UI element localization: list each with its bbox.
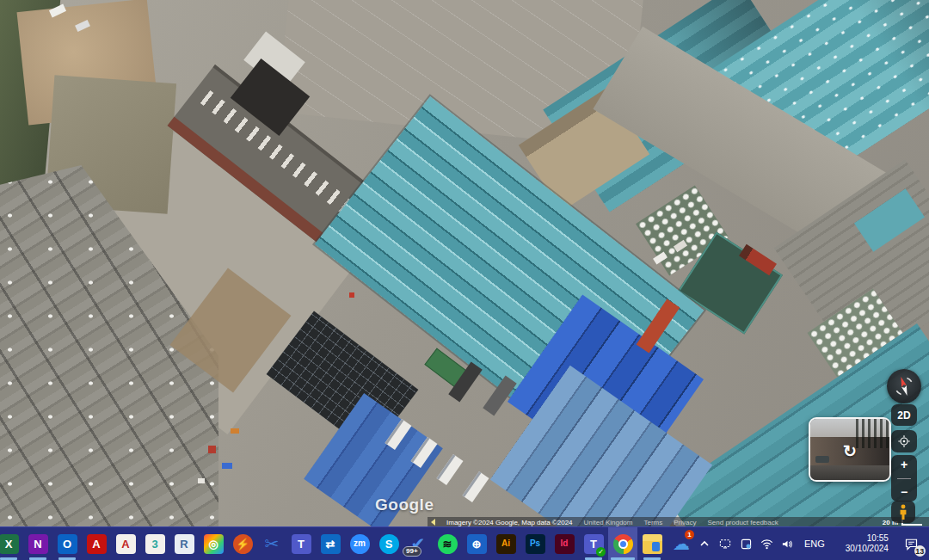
my-location-button[interactable] [891, 430, 917, 452]
taskbar-app-indesign[interactable]: Id [550, 527, 579, 560]
terrain-shape [208, 446, 216, 453]
taskbar-app-outlook[interactable]: O [52, 527, 82, 560]
zoom-divider [897, 478, 911, 479]
enscape-icon: ⚡ [233, 534, 253, 554]
clock-time: 10:55 [839, 533, 889, 545]
notification-count-badge: 13 [914, 545, 926, 557]
photoshop-icon: Ps [526, 534, 545, 554]
action-center-button[interactable]: 13 [897, 529, 926, 558]
taskbar-app-creative-rainbow[interactable]: ◎ [199, 527, 228, 560]
tray-display-icon[interactable] [717, 531, 734, 557]
taskbar-app-file-explorer[interactable] [637, 527, 667, 560]
terrain-shape [437, 454, 464, 485]
language-indicator[interactable]: ENG [799, 538, 830, 549]
taskbar-app-todo-check[interactable]: ✔99+ [403, 527, 433, 560]
taskbar-app-snip-scissors[interactable]: ✂ [257, 527, 286, 560]
taskbar-app-zoom[interactable]: zm [345, 527, 374, 560]
spotify-icon: ≋ [438, 534, 458, 554]
tray-chevron-up-icon[interactable] [696, 531, 713, 557]
revit-icon: R [175, 534, 194, 554]
taskbar-apps: XNOAA3R◎⚡✂T⇄zmS✔99+≋⊕AiPsIdT✓☁1 [0, 527, 696, 560]
compass-needle-icon [889, 371, 919, 401]
taskbar-app-teamviewer[interactable]: ⇄ [316, 527, 345, 560]
map-viewport[interactable]: Google Imagery ©2024 Google, Map data ©2… [0, 0, 929, 527]
taskbar-app-autocad[interactable]: A [111, 527, 140, 560]
wifi-icon[interactable] [758, 531, 775, 557]
taskbar-app-skype[interactable]: S [374, 527, 403, 560]
terrain-shape [222, 463, 232, 469]
zoom-out-button[interactable]: − [899, 484, 909, 500]
taskbar-app-onenote[interactable]: N [23, 527, 52, 560]
chrome-icon [613, 534, 633, 554]
taskbar-app-enscape[interactable]: ⚡ [228, 527, 257, 560]
clock-date: 30/10/2024 [839, 544, 889, 555]
taskbar-app-onedrive[interactable]: ☁1 [667, 527, 696, 560]
file-explorer-icon [643, 534, 662, 554]
speaker-icon[interactable] [778, 531, 796, 557]
globe-app-icon: ⊕ [467, 534, 487, 554]
excel-icon: X [0, 534, 19, 554]
todo-check-badge: 99+ [403, 546, 421, 557]
onedrive-badge: 1 [685, 530, 694, 539]
rotate-view-icon: ↻ [810, 441, 889, 461]
taskbar-app-spotify[interactable]: ≋ [433, 527, 462, 560]
2d-mode-button[interactable]: 2D [891, 404, 917, 426]
teams-status-badge: ✓ [596, 547, 606, 557]
acrobat-icon: A [87, 534, 107, 554]
privacy-link[interactable]: Privacy [674, 519, 696, 526]
taskbar-app-excel[interactable]: X [0, 527, 23, 560]
taskbar-app-globe-app[interactable]: ⊕ [462, 527, 491, 560]
taskbar-app-3ds-max[interactable]: 3 [140, 527, 169, 560]
zoom-icon: zm [350, 534, 370, 554]
compass-control[interactable] [887, 369, 921, 403]
taskbar-app-teams[interactable]: T [286, 527, 316, 560]
imagery-credit: Imagery ©2024 Google, Map data ©2024 [446, 519, 573, 526]
onenote-icon: N [28, 534, 48, 554]
terrain-shape [349, 292, 354, 298]
snip-scissors-icon: ✂ [262, 534, 282, 554]
terrain-shape [231, 428, 239, 434]
terms-link[interactable]: Terms [643, 519, 662, 526]
taskbar-app-photoshop[interactable]: Ps [520, 527, 550, 560]
pegman-button[interactable] [891, 501, 915, 523]
location-target-icon [897, 434, 911, 448]
skype-icon: S [379, 534, 399, 554]
attribution-region: United Kingdom [584, 519, 633, 526]
3ds-max-icon: 3 [145, 534, 165, 554]
terrain-shape [198, 478, 205, 483]
taskbar-app-chrome[interactable] [608, 527, 637, 560]
creative-rainbow-icon: ◎ [204, 534, 224, 554]
tray-app-square-icon[interactable] [737, 531, 754, 557]
google-watermark: Google [375, 495, 434, 514]
taskbar-app-illustrator[interactable]: Ai [491, 527, 520, 560]
autocad-icon: A [116, 534, 136, 554]
indesign-icon: Id [555, 534, 575, 554]
pegman-icon [897, 504, 909, 520]
feedback-link[interactable]: Send product feedback [707, 519, 778, 526]
attribution-collapse-icon[interactable] [431, 519, 435, 526]
taskbar-app-revit[interactable]: R [169, 527, 199, 560]
google-earth-window: Google Imagery ©2024 Google, Map data ©2… [0, 0, 929, 560]
street-view-road [810, 465, 889, 480]
system-tray: ENG 10:55 30/10/2024 13 [696, 527, 929, 560]
zoom-in-button[interactable]: + [899, 457, 909, 472]
teams-icon: T [292, 534, 311, 554]
zoom-control: + − [891, 455, 917, 502]
terrain-shape [463, 471, 489, 502]
outlook-icon: O [58, 534, 77, 554]
illustrator-icon: Ai [496, 534, 516, 554]
taskbar-clock[interactable]: 10:55 30/10/2024 [834, 533, 894, 555]
taskbar-app-teams-status[interactable]: T✓ [579, 527, 608, 560]
taskbar-app-acrobat[interactable]: A [82, 527, 111, 560]
teamviewer-icon: ⇄ [321, 534, 341, 554]
windows-taskbar: XNOAA3R◎⚡✂T⇄zmS✔99+≋⊕AiPsIdT✓☁1 ENG 10:5… [0, 526, 929, 560]
street-view-preview[interactable]: ↻ [809, 417, 891, 482]
